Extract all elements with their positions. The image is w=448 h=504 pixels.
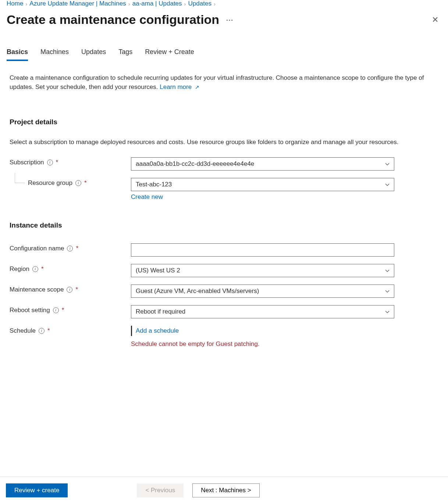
tab-basics[interactable]: Basics: [7, 48, 28, 61]
tree-line: [15, 173, 25, 183]
resource-group-select[interactable]: Test-abc-123: [131, 178, 394, 191]
required-indicator: *: [76, 245, 78, 252]
intro-text: Create a maintenance configuration to sc…: [7, 74, 433, 92]
schedule-error: Schedule cannot be empty for Guest patch…: [131, 340, 441, 348]
learn-more-link[interactable]: Learn more ↗: [160, 83, 199, 90]
maintenance-scope-select[interactable]: Guest (Azure VM, Arc-enabled VMs/servers…: [131, 285, 394, 298]
chevron-right-icon: ›: [184, 1, 186, 7]
page-title-text: Create a maintenance configuration: [7, 12, 219, 27]
tab-tags[interactable]: Tags: [118, 48, 132, 61]
reboot-setting-label-text: Reboot setting: [10, 307, 50, 314]
previous-button: < Previous: [137, 483, 184, 497]
project-details-desc: Select a subscription to manage deployed…: [10, 138, 433, 147]
tab-updates[interactable]: Updates: [81, 48, 106, 61]
tab-machines[interactable]: Machines: [40, 48, 69, 61]
subscription-value: aaaa0a0a-bb1b-cc2c-dd3d-eeeeee4e4e4e: [136, 160, 254, 168]
required-indicator: *: [84, 179, 87, 187]
required-indicator: *: [62, 307, 64, 314]
required-indicator: *: [75, 286, 78, 293]
breadcrumb-updates[interactable]: Updates: [188, 0, 211, 7]
resource-group-value: Test-abc-123: [136, 181, 172, 188]
footer: Review + create < Previous Next : Machin…: [0, 476, 448, 504]
more-options-icon[interactable]: ⋯: [226, 15, 234, 24]
info-icon[interactable]: i: [67, 287, 72, 293]
schedule-box: Add a schedule: [131, 326, 441, 336]
schedule-label: Schedule i *: [10, 326, 131, 335]
tabs: Basics Machines Updates Tags Review + Cr…: [7, 48, 441, 61]
configuration-name-label: Configuration name i *: [10, 243, 131, 252]
required-indicator: *: [56, 159, 58, 166]
reboot-setting-select[interactable]: Reboot if required: [131, 305, 394, 318]
info-icon[interactable]: i: [39, 328, 45, 334]
reboot-setting-value: Reboot if required: [136, 308, 185, 315]
configuration-name-label-text: Configuration name: [10, 245, 64, 252]
instance-details-heading: Instance details: [10, 221, 441, 229]
chevron-right-icon: ›: [25, 1, 27, 7]
info-icon[interactable]: i: [47, 160, 53, 165]
chevron-right-icon: ›: [214, 1, 216, 7]
schedule-label-text: Schedule: [10, 327, 36, 335]
review-create-button[interactable]: Review + create: [6, 483, 68, 497]
chevron-down-icon: [385, 308, 390, 315]
breadcrumb: Home › Azure Update Manager | Machines ›…: [7, 0, 441, 7]
required-indicator: *: [47, 327, 50, 335]
create-new-rg-link[interactable]: Create new: [131, 193, 441, 201]
region-label-text: Region: [10, 265, 29, 273]
section-instance-details: Instance details Configuration name i *: [7, 221, 441, 348]
maintenance-scope-label-text: Maintenance scope: [10, 286, 64, 293]
region-label: Region i *: [10, 264, 131, 273]
section-project-details: Project details Select a subscription to…: [7, 118, 441, 201]
resource-group-label-text: Resource group: [28, 179, 72, 187]
region-value: (US) West US 2: [136, 267, 180, 274]
intro-body: Create a maintenance configuration to sc…: [10, 74, 424, 90]
maintenance-scope-label: Maintenance scope i *: [10, 285, 131, 293]
reboot-setting-label: Reboot setting i *: [10, 305, 131, 314]
info-icon[interactable]: i: [53, 307, 59, 313]
info-icon[interactable]: i: [67, 246, 73, 251]
chevron-down-icon: [385, 181, 390, 188]
maintenance-scope-value: Guest (Azure VM, Arc-enabled VMs/servers…: [136, 287, 259, 295]
breadcrumb-aa-ama[interactable]: aa-ama | Updates: [132, 0, 182, 7]
chevron-down-icon: [385, 267, 390, 274]
region-select[interactable]: (US) West US 2: [131, 264, 394, 277]
breadcrumb-home[interactable]: Home: [7, 0, 23, 7]
external-link-icon: ↗: [195, 84, 199, 90]
page-title: Create a maintenance configuration ⋯: [7, 12, 234, 27]
resource-group-label: Resource group i *: [10, 178, 131, 187]
next-button[interactable]: Next : Machines >: [192, 483, 260, 497]
learn-more-label: Learn more: [160, 83, 192, 90]
chevron-down-icon: [385, 287, 390, 295]
add-schedule-link[interactable]: Add a schedule: [136, 327, 441, 335]
tab-review-create[interactable]: Review + Create: [145, 48, 194, 61]
configuration-name-input[interactable]: [131, 243, 394, 257]
close-icon[interactable]: ✕: [429, 14, 441, 25]
project-details-heading: Project details: [10, 118, 441, 126]
breadcrumb-update-manager[interactable]: Azure Update Manager | Machines: [29, 0, 126, 7]
subscription-label: Subscription i *: [10, 157, 131, 166]
required-indicator: *: [41, 265, 44, 273]
subscription-label-text: Subscription: [10, 159, 44, 166]
subscription-select[interactable]: aaaa0a0a-bb1b-cc2c-dd3d-eeeeee4e4e4e: [131, 157, 394, 171]
chevron-down-icon: [385, 160, 390, 168]
chevron-right-icon: ›: [128, 1, 130, 7]
info-icon[interactable]: i: [75, 180, 81, 186]
info-icon[interactable]: i: [32, 266, 38, 272]
